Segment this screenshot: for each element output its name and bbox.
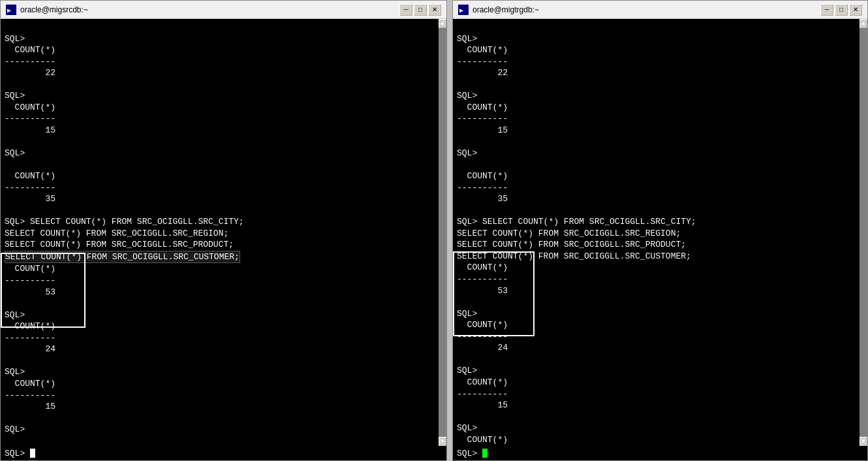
left-minimize-button[interactable]: ─ — [399, 4, 412, 16]
left-maximize-button[interactable]: □ — [414, 4, 427, 16]
right-cursor — [482, 449, 488, 458]
right-window-title: oracle@migtrgdb:~ — [473, 5, 539, 14]
left-scroll-track[interactable] — [439, 28, 446, 437]
left-close-button[interactable]: ✕ — [428, 4, 441, 16]
left-scroll-down[interactable]: ▼ — [439, 437, 446, 446]
right-terminal-content: SQL> COUNT(*) ---------- 22 SQL> COUNT(*… — [457, 34, 696, 446]
right-scroll-up[interactable]: ▲ — [860, 19, 867, 28]
right-terminal-body[interactable]: SQL> COUNT(*) ---------- 22 SQL> COUNT(*… — [453, 19, 867, 446]
right-close-button[interactable]: ✕ — [849, 4, 862, 16]
right-title-bar: ▶ oracle@migtrgdb:~ ─ □ ✕ — [453, 1, 867, 19]
right-maximize-button[interactable]: □ — [835, 4, 848, 16]
left-scroll-up[interactable]: ▲ — [439, 19, 446, 28]
right-highlight-box — [453, 251, 535, 336]
left-terminal-body[interactable]: SQL> COUNT(*) ---------- 22 SQL> COUNT(*… — [1, 19, 446, 446]
left-title-bar-left: ▶ oracle@migsrcdb:~ — [6, 5, 88, 15]
left-scrollbar[interactable]: ▲ ▼ — [439, 19, 446, 446]
right-bottom-prompt[interactable]: SQL> — [453, 446, 867, 460]
left-cursor — [30, 449, 35, 458]
left-terminal-window: ▶ oracle@migsrcdb:~ ─ □ ✕ SQL> COUNT(*) … — [0, 0, 447, 461]
right-sql-prompt: SQL> — [457, 449, 477, 458]
left-sql-prompt: SQL> — [5, 449, 25, 458]
terminal-icon-right: ▶ — [458, 5, 469, 15]
right-minimize-button[interactable]: ─ — [820, 4, 833, 16]
left-window-title: oracle@migsrcdb:~ — [20, 5, 88, 14]
left-highlight-box — [1, 253, 85, 328]
right-scroll-down[interactable]: ▼ — [860, 437, 867, 446]
svg-text:▶: ▶ — [7, 7, 11, 14]
left-title-buttons: ─ □ ✕ — [399, 4, 441, 16]
right-scroll-track[interactable] — [860, 28, 867, 437]
left-terminal-content: SQL> COUNT(*) ---------- 22 SQL> COUNT(*… — [5, 34, 244, 446]
left-title-bar: ▶ oracle@migsrcdb:~ ─ □ ✕ — [1, 1, 446, 19]
left-bottom-prompt[interactable]: SQL> — [1, 446, 446, 460]
right-title-bar-left: ▶ oracle@migtrgdb:~ — [458, 5, 539, 15]
right-terminal-window: ▶ oracle@migtrgdb:~ ─ □ ✕ SQL> COUNT(*) … — [452, 0, 868, 461]
svg-text:▶: ▶ — [459, 7, 463, 14]
terminal-icon-left: ▶ — [6, 5, 16, 15]
right-scrollbar[interactable]: ▲ ▼ — [860, 19, 867, 446]
right-title-buttons: ─ □ ✕ — [820, 4, 862, 16]
